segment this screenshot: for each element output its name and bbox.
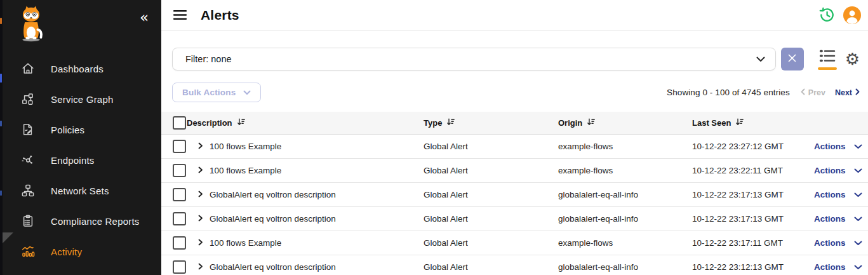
- sidebar-item-activity[interactable]: Activity: [0, 236, 161, 267]
- alert-last-seen: 10-12-22 23:12:13 GMT: [692, 262, 814, 272]
- sidebar-item-label: Service Graph: [51, 94, 113, 105]
- row-checkbox[interactable]: [173, 164, 186, 177]
- expand-row-button[interactable]: [197, 166, 210, 175]
- alert-origin: globalalert-eq-all-info: [558, 190, 692, 199]
- endpoints-icon: [21, 153, 35, 167]
- actions-label: Actions: [814, 262, 846, 272]
- gear-icon[interactable]: ⚙: [845, 51, 860, 67]
- sidebar-item-compliance-reports[interactable]: Compliance Reports: [0, 206, 161, 236]
- table-row: GlobalAlert eq voltron descriptionGlobal…: [161, 207, 868, 231]
- home-icon: [21, 62, 35, 76]
- alert-type: Global Alert: [424, 238, 558, 248]
- prev-page-label: Prev: [808, 88, 825, 97]
- chevron-down-icon: [756, 54, 765, 64]
- sort-icon: [446, 118, 455, 128]
- actions-label: Actions: [814, 142, 846, 151]
- chevron-left-icon: [801, 88, 805, 97]
- chevron-down-icon: [854, 262, 862, 272]
- column-label: Last Seen: [692, 118, 731, 128]
- alert-origin: example-flows: [558, 142, 692, 151]
- list-view-toggle[interactable]: [818, 48, 837, 70]
- sidebar-item-label: Compliance Reports: [51, 216, 140, 227]
- expand-row-button[interactable]: [197, 190, 210, 199]
- sidebar-collapse-button[interactable]: «: [140, 10, 149, 25]
- expand-row-button[interactable]: [197, 238, 210, 248]
- user-avatar-icon[interactable]: [843, 6, 861, 24]
- alert-description: GlobalAlert eq voltron description: [210, 214, 424, 224]
- close-icon: [788, 54, 796, 64]
- row-checkbox-cell: [173, 236, 197, 250]
- alert-type: Global Alert: [424, 142, 558, 151]
- alerts-table: Description Type Origin Last Seen 100 fl…: [161, 112, 868, 275]
- sidebar-item-policies[interactable]: Policies: [0, 114, 161, 145]
- bulk-actions-button[interactable]: Bulk Actions: [172, 83, 261, 102]
- actions-menu-button[interactable]: Actions: [814, 166, 863, 175]
- table-row: 100 flows ExampleGlobal Alertexample-flo…: [161, 231, 868, 255]
- history-icon[interactable]: [818, 6, 836, 23]
- chevron-right-icon: [197, 214, 204, 224]
- alert-description: 100 flows Example: [210, 166, 424, 175]
- sidebar-item-label: Endpoints: [51, 155, 95, 166]
- row-checkbox[interactable]: [173, 140, 186, 153]
- main-content: Alerts: [161, 0, 868, 275]
- alert-description: GlobalAlert eq voltron description: [210, 262, 424, 272]
- active-view-underline: [818, 67, 837, 70]
- alert-type: Global Alert: [424, 190, 558, 199]
- row-checkbox[interactable]: [173, 212, 186, 225]
- table-row: 100 flows ExampleGlobal Alertexample-flo…: [161, 159, 868, 183]
- column-header-type[interactable]: Type: [424, 118, 558, 128]
- row-checkbox[interactable]: [173, 260, 186, 274]
- actions-menu-button[interactable]: Actions: [814, 142, 863, 151]
- alert-last-seen: 10-12-22 23:27:12 GMT: [692, 142, 814, 151]
- chevron-right-icon: [197, 142, 204, 151]
- app-root: « DashboardsService GraphPoliciesEndpoin…: [0, 0, 868, 275]
- actions-menu-button[interactable]: Actions: [814, 190, 863, 199]
- chevron-down-icon: [854, 238, 862, 248]
- alert-type: Global Alert: [424, 166, 558, 175]
- actions-menu-button[interactable]: Actions: [814, 262, 863, 272]
- expand-row-button[interactable]: [197, 214, 210, 224]
- actions-menu-button[interactable]: Actions: [814, 238, 863, 248]
- alert-last-seen: 10-12-22 23:17:11 GMT: [692, 238, 814, 248]
- clear-filter-button[interactable]: [781, 48, 804, 70]
- prev-page-button[interactable]: Prev: [801, 88, 825, 97]
- sort-icon: [735, 118, 744, 128]
- next-page-button[interactable]: Next: [835, 88, 860, 97]
- sidebar-header: «: [0, 0, 161, 50]
- edge-dash: [0, 18, 2, 24]
- alert-type: Global Alert: [424, 214, 558, 224]
- sidebar-item-network-sets[interactable]: Network Sets: [0, 175, 161, 206]
- sidebar-item-dashboards[interactable]: Dashboards: [0, 53, 161, 84]
- sidebar-item-label: Activity: [51, 246, 82, 257]
- alert-origin: example-flows: [558, 238, 692, 248]
- actions-menu-button[interactable]: Actions: [814, 214, 863, 224]
- sidebar-item-service-graph[interactable]: Service Graph: [0, 84, 161, 114]
- column-header-last-seen[interactable]: Last Seen: [692, 118, 814, 128]
- row-checkbox-cell: [173, 164, 197, 177]
- chevron-right-icon: [197, 190, 204, 199]
- expand-row-button[interactable]: [197, 262, 210, 272]
- filter-toolbar: Filter: none ⚙: [161, 30, 868, 70]
- column-header-description[interactable]: Description: [187, 118, 424, 128]
- hamburger-icon[interactable]: [172, 7, 188, 23]
- chevron-right-icon: [855, 88, 860, 97]
- list-view-icon: [819, 48, 836, 65]
- column-label: Description: [187, 118, 232, 128]
- sidebar-item-endpoints[interactable]: Endpoints: [0, 145, 161, 175]
- column-header-origin[interactable]: Origin: [558, 118, 692, 128]
- alert-description: 100 flows Example: [210, 238, 424, 248]
- topbar-right: [818, 6, 861, 24]
- sidebar-item-partial[interactable]: [0, 267, 161, 275]
- sidebar-item-label: Policies: [51, 124, 84, 135]
- expand-row-button[interactable]: [197, 142, 210, 151]
- sort-icon: [237, 118, 245, 128]
- row-checkbox[interactable]: [173, 188, 186, 201]
- edge-dash: [0, 191, 2, 196]
- edge-dash: [0, 121, 2, 126]
- chevron-down-icon: [854, 214, 862, 224]
- row-checkbox[interactable]: [173, 236, 186, 250]
- next-page-label: Next: [835, 88, 852, 97]
- select-all-checkbox[interactable]: [173, 116, 186, 130]
- column-label: Type: [424, 118, 442, 128]
- filter-select[interactable]: Filter: none: [172, 48, 776, 70]
